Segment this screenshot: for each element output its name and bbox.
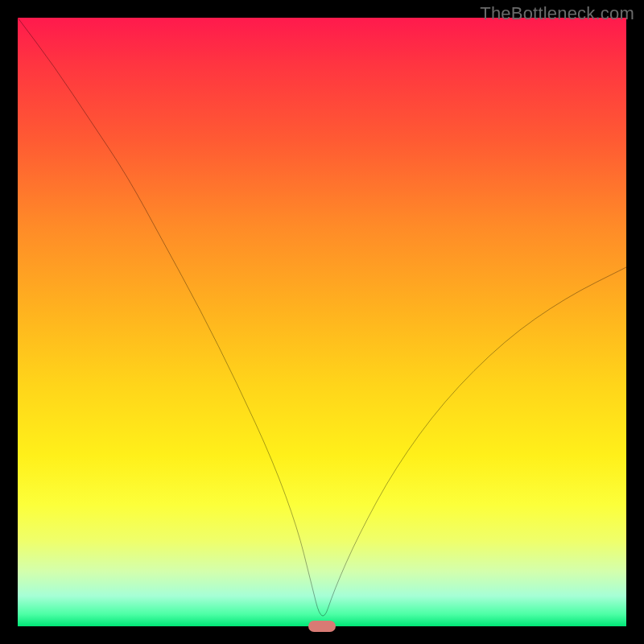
curve-path	[18, 18, 626, 616]
chart-frame: TheBottleneck.com	[0, 0, 644, 644]
plot-area	[18, 18, 626, 626]
minimum-marker	[308, 621, 336, 632]
watermark-text: TheBottleneck.com	[480, 3, 634, 24]
bottleneck-curve	[18, 18, 626, 626]
